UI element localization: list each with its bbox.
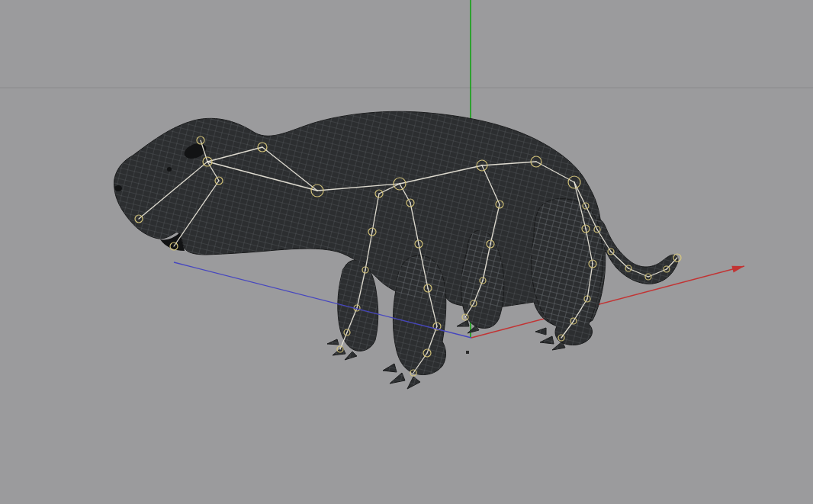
viewport-canvas[interactable] <box>0 0 813 504</box>
nose-tip <box>114 185 122 191</box>
viewport-3d[interactable] <box>0 0 813 504</box>
eye-dot <box>167 167 172 172</box>
origin-marker <box>466 351 469 354</box>
